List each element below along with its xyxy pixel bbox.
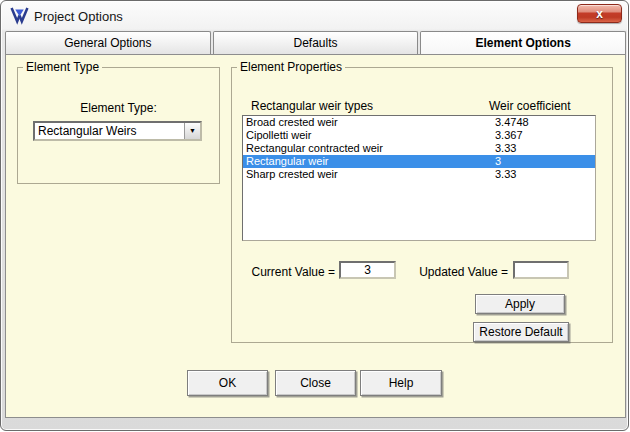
- updated-value-input[interactable]: [513, 261, 569, 279]
- current-value-input[interactable]: [339, 261, 396, 279]
- weir-row-sharp-crested-weir[interactable]: Sharp crested weir3.33: [243, 168, 595, 181]
- restore-default-button[interactable]: Restore Default: [473, 322, 569, 342]
- element-type-group-title: Element Type: [23, 60, 102, 74]
- element-properties-group-title: Element Properties: [237, 60, 345, 74]
- weir-coefficient: 3.33: [495, 168, 516, 181]
- weir-row-rectangular-contracted-weir[interactable]: Rectangular contracted weir3.33: [243, 142, 595, 155]
- element-type-dropdown[interactable]: Rectangular Weirs ▼: [33, 121, 202, 141]
- weir-row-cipolletti-weir[interactable]: Cipolletti weir3.367: [243, 129, 595, 142]
- tab-defaults[interactable]: Defaults: [213, 31, 419, 55]
- help-button[interactable]: Help: [360, 370, 442, 396]
- weir-name: Rectangular weir: [246, 155, 329, 168]
- chevron-down-icon[interactable]: ▼: [184, 123, 200, 139]
- ok-button[interactable]: OK: [187, 370, 268, 396]
- weir-coefficient: 3.367: [495, 129, 523, 142]
- element-type-group: Element Type Element Type: Rectangular W…: [17, 60, 220, 184]
- tab-element-options[interactable]: Element Options: [420, 31, 626, 55]
- column-header-weir-types: Rectangular weir types: [251, 99, 373, 113]
- apply-button[interactable]: Apply: [475, 294, 565, 314]
- weir-name: Cipolletti weir: [246, 129, 311, 142]
- weir-name: Rectangular contracted weir: [246, 142, 383, 155]
- element-properties-group: Element Properties Rectangular weir type…: [231, 60, 613, 343]
- tab-general-options[interactable]: General Options: [5, 31, 211, 55]
- element-type-dropdown-value: Rectangular Weirs: [38, 124, 136, 138]
- current-value-label: Current Value =: [238, 265, 335, 279]
- tab-strip: General OptionsDefaultsElement Options: [5, 31, 626, 55]
- close-icon: x: [578, 6, 621, 22]
- weir-row-rectangular-weir[interactable]: Rectangular weir3: [243, 155, 595, 168]
- weir-coefficient: 3.4748: [495, 116, 529, 129]
- project-options-dialog: Project Options x General OptionsDefault…: [0, 0, 629, 431]
- close-button[interactable]: x: [577, 4, 622, 23]
- element-options-panel: Element Type Element Type: Rectangular W…: [5, 54, 626, 418]
- window-title: Project Options: [34, 9, 123, 24]
- close-footer-button[interactable]: Close: [275, 370, 356, 396]
- column-header-weir-coefficient: Weir coefficient: [489, 99, 571, 113]
- element-type-field-label: Element Type:: [18, 101, 219, 115]
- updated-value-label: Updated Value =: [398, 265, 508, 279]
- titlebar[interactable]: Project Options x: [1, 1, 628, 31]
- weir-row-broad-crested-weir[interactable]: Broad crested weir3.4748: [243, 116, 595, 129]
- weir-name: Broad crested weir: [246, 116, 338, 129]
- weir-coefficient: 3.33: [495, 142, 516, 155]
- weir-coefficient: 3: [495, 155, 501, 168]
- weir-types-listbox[interactable]: Broad crested weir3.4748Cipolletti weir3…: [242, 115, 596, 241]
- app-logo-icon: [10, 6, 29, 25]
- weir-name: Sharp crested weir: [246, 168, 338, 181]
